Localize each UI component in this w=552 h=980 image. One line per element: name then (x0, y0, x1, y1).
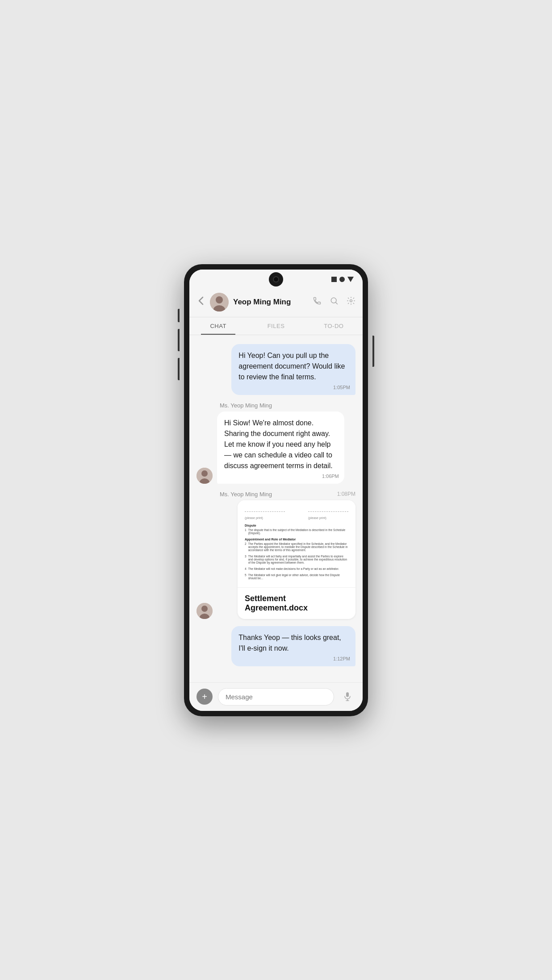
msg-avatar-2 (197, 603, 213, 619)
add-button[interactable]: + (197, 689, 213, 705)
camera-lens (273, 276, 279, 282)
doc-item-1: 1 The dispute that is the subject of the… (245, 528, 348, 536)
contact-name: Yeop Ming Ming (233, 298, 308, 307)
doc-time: 1:08PM (337, 491, 355, 497)
svg-point-1 (216, 296, 223, 303)
battery-icon (331, 277, 337, 282)
msg-row-1: Hi Siow! We're almost done. Sharing the … (197, 411, 355, 484)
msg-avatar-1 (197, 468, 213, 484)
message-sent-1: Hi Yeop! Can you pull up the agreement d… (197, 344, 355, 395)
message-received-1: Ms. Yeop Ming Ming Hi Siow! We're almost… (197, 402, 355, 484)
bubble-received-1: Hi Siow! We're almost done. Sharing the … (217, 411, 344, 484)
doc-item-2: 2 The Parties appoint the Mediator speci… (245, 542, 348, 553)
msg-text-1: Hi Yeop! Can you pull up the agreement d… (238, 352, 345, 381)
doc-item-5: 5 The Mediator will not give legal or ot… (245, 573, 348, 581)
message-sent-2: Thanks Yeop — this looks great, I'll e-s… (197, 626, 355, 666)
tab-todo[interactable]: TO-DO (305, 317, 363, 335)
svg-point-6 (201, 470, 208, 477)
document-bubble[interactable]: (please print) (please print) Dispute 1 (238, 500, 355, 619)
doc-title: Settlement Agreement.docx (238, 588, 355, 619)
print-label-2: (please print) (308, 516, 348, 519)
message-input[interactable] (218, 688, 334, 706)
settings-icon[interactable] (347, 296, 355, 307)
doc-item-4: 4 The Mediator will not make decisions f… (245, 567, 348, 572)
svg-point-9 (201, 606, 208, 612)
bubble-sent-2: Thanks Yeop — this looks great, I'll e-s… (231, 626, 355, 666)
svg-point-3 (331, 298, 336, 303)
mic-button[interactable] (339, 689, 355, 705)
print-label-1: (please print) (245, 516, 285, 519)
chat-header: Yeop Ming Ming (189, 289, 363, 317)
phone-icon[interactable] (313, 296, 322, 307)
signal-icon (347, 277, 354, 282)
status-icons (331, 277, 354, 282)
silent-button (178, 358, 180, 380)
msg-time-4: 1:12PM (333, 655, 350, 663)
doc-sender-label: Ms. Yeop Ming Ming (220, 491, 272, 498)
bubble-sent-1: Hi Yeop! Can you pull up the agreement d… (231, 344, 355, 395)
msg-time-2: 1:06PM (322, 473, 339, 480)
status-bar (189, 270, 363, 289)
doc-section-2: Appointment and Role of Mediator (245, 538, 348, 541)
tab-chat[interactable]: CHAT (189, 317, 247, 335)
wifi-icon (339, 277, 345, 282)
volume-down-button (178, 329, 180, 351)
tab-bar: CHAT FILES TO-DO (189, 317, 363, 335)
search-icon[interactable] (330, 296, 339, 307)
doc-section-1: Dispute (245, 524, 348, 527)
doc-sender-row: Ms. Yeop Ming Ming 1:08PM (220, 491, 355, 498)
svg-point-4 (350, 300, 352, 302)
chat-area: Hi Yeop! Can you pull up the agreement d… (189, 335, 363, 682)
doc-item-3: 3 The Mediator will act fairly and impar… (245, 555, 348, 566)
back-button[interactable] (197, 295, 205, 309)
power-button (372, 336, 374, 367)
msg-time-1: 1:05PM (333, 384, 350, 391)
header-actions (313, 296, 355, 307)
volume-up-button (178, 309, 180, 322)
sender-label-1: Ms. Yeop Ming Ming (220, 402, 355, 409)
msg-text-2: Hi Siow! We're almost done. Sharing the … (224, 419, 333, 469)
contact-avatar (210, 293, 229, 311)
doc-preview: (please print) (please print) Dispute 1 (238, 500, 355, 588)
phone-screen: Yeop Ming Ming (189, 270, 363, 711)
msg-text-4: Thanks Yeop — this looks great, I'll e-s… (238, 634, 341, 652)
camera-notch (269, 272, 283, 287)
phone-frame: Yeop Ming Ming (184, 264, 368, 716)
message-doc: Ms. Yeop Ming Ming 1:08PM (197, 491, 355, 619)
input-area: + (189, 682, 363, 711)
tab-files[interactable]: FILES (247, 317, 305, 335)
svg-rect-11 (346, 692, 349, 697)
